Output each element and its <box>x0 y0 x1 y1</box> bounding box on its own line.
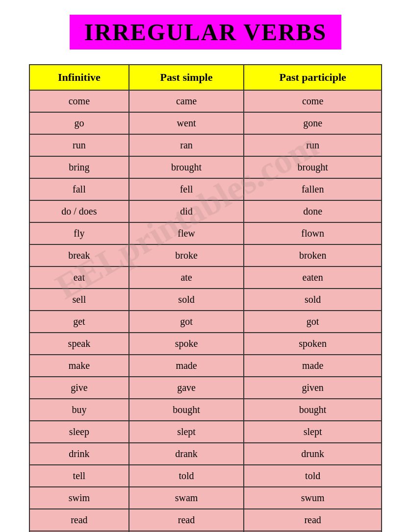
cell-row6-col1: flew <box>129 222 244 244</box>
cell-row15-col0: sleep <box>29 421 129 443</box>
table-row: speakspokespoken <box>29 333 382 355</box>
cell-row3-col2: brought <box>244 156 382 178</box>
cell-row4-col2: fallen <box>244 178 382 200</box>
cell-row8-col1: ate <box>129 266 244 289</box>
table-row: gowentgone <box>29 112 382 134</box>
cell-row12-col1: made <box>129 355 244 377</box>
table-row: givegavegiven <box>29 377 382 399</box>
cell-row18-col1: swam <box>129 487 244 509</box>
cell-row1-col2: gone <box>244 112 382 134</box>
table-row: sellsoldsold <box>29 289 382 311</box>
cell-row12-col0: make <box>29 355 129 377</box>
cell-row19-col1: read <box>129 509 244 531</box>
cell-row1-col1: went <box>129 112 244 134</box>
cell-row6-col2: flown <box>244 222 382 244</box>
cell-row16-col1: drank <box>129 443 244 465</box>
cell-row7-col2: broken <box>244 244 382 266</box>
table-row: swimswamswum <box>29 487 382 509</box>
header-past-simple: Past simple <box>129 65 244 90</box>
table-row: getgotgot <box>29 311 382 333</box>
cell-row16-col0: drink <box>29 443 129 465</box>
table-row: eatateeaten <box>29 266 382 289</box>
cell-row5-col1: did <box>129 200 244 222</box>
cell-row2-col1: ran <box>129 134 244 156</box>
cell-row15-col2: slept <box>244 421 382 443</box>
cell-row11-col1: spoke <box>129 333 244 355</box>
page-title: IRREGULAR VERBS <box>84 19 327 45</box>
cell-row11-col0: speak <box>29 333 129 355</box>
cell-row14-col0: buy <box>29 399 129 421</box>
cell-row3-col0: bring <box>29 156 129 178</box>
cell-row19-col2: read <box>244 509 382 531</box>
cell-row13-col1: gave <box>129 377 244 399</box>
cell-row11-col2: spoken <box>244 333 382 355</box>
cell-row0-col0: come <box>29 90 129 112</box>
verb-table: Infinitive Past simple Past participle c… <box>29 64 382 532</box>
table-row: breakbrokebroken <box>29 244 382 266</box>
title-banner: IRREGULAR VERBS <box>70 15 342 49</box>
cell-row17-col0: tell <box>29 465 129 487</box>
cell-row4-col1: fell <box>129 178 244 200</box>
cell-row9-col2: sold <box>244 289 382 311</box>
cell-row8-col0: eat <box>29 266 129 289</box>
cell-row13-col2: given <box>244 377 382 399</box>
cell-row10-col1: got <box>129 311 244 333</box>
cell-row14-col2: bought <box>244 399 382 421</box>
table-row: drinkdrankdrunk <box>29 443 382 465</box>
cell-row10-col0: get <box>29 311 129 333</box>
cell-row16-col2: drunk <box>244 443 382 465</box>
cell-row14-col1: bought <box>129 399 244 421</box>
table-row: sleepsleptslept <box>29 421 382 443</box>
cell-row17-col2: told <box>244 465 382 487</box>
cell-row13-col0: give <box>29 377 129 399</box>
cell-row9-col0: sell <box>29 289 129 311</box>
table-row: readreadread <box>29 509 382 531</box>
cell-row15-col1: slept <box>129 421 244 443</box>
cell-row0-col1: came <box>129 90 244 112</box>
cell-row5-col0: do / does <box>29 200 129 222</box>
table-row: do / doesdiddone <box>29 200 382 222</box>
cell-row8-col2: eaten <box>244 266 382 289</box>
table-row: fallfellfallen <box>29 178 382 200</box>
table-row: flyflewflown <box>29 222 382 244</box>
cell-row2-col2: run <box>244 134 382 156</box>
cell-row1-col0: go <box>29 112 129 134</box>
table-row: bringbroughtbrought <box>29 156 382 178</box>
header-infinitive: Infinitive <box>29 65 129 90</box>
cell-row0-col2: come <box>244 90 382 112</box>
table-row: makemademade <box>29 355 382 377</box>
table-row: runranrun <box>29 134 382 156</box>
cell-row19-col0: read <box>29 509 129 531</box>
cell-row2-col0: run <box>29 134 129 156</box>
cell-row12-col2: made <box>244 355 382 377</box>
table-row: comecamecome <box>29 90 382 112</box>
cell-row10-col2: got <box>244 311 382 333</box>
table-header-row: Infinitive Past simple Past participle <box>29 65 382 90</box>
cell-row17-col1: told <box>129 465 244 487</box>
cell-row18-col2: swum <box>244 487 382 509</box>
cell-row7-col1: broke <box>129 244 244 266</box>
cell-row18-col0: swim <box>29 487 129 509</box>
cell-row6-col0: fly <box>29 222 129 244</box>
cell-row9-col1: sold <box>129 289 244 311</box>
cell-row4-col0: fall <box>29 178 129 200</box>
header-past-participle: Past participle <box>244 65 382 90</box>
cell-row5-col2: done <box>244 200 382 222</box>
table-row: buyboughtbought <box>29 399 382 421</box>
cell-row7-col0: break <box>29 244 129 266</box>
cell-row3-col1: brought <box>129 156 244 178</box>
table-row: telltoldtold <box>29 465 382 487</box>
